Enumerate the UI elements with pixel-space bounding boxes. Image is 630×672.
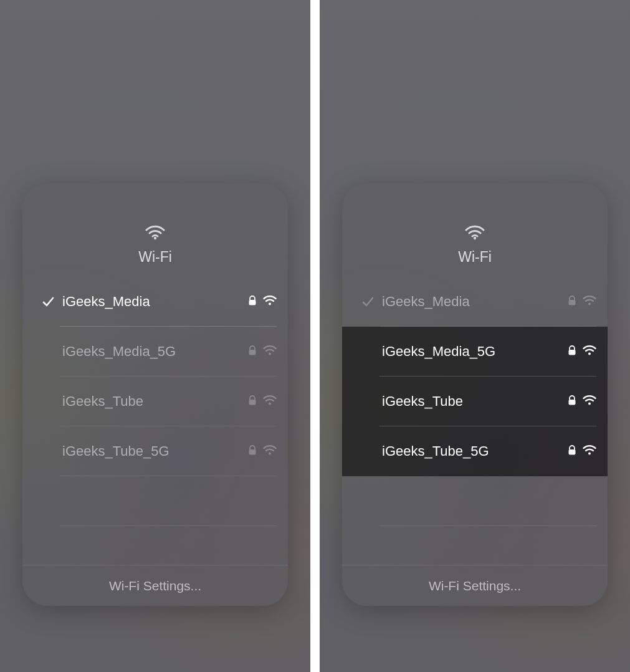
wifi-signal-icon bbox=[583, 395, 596, 408]
network-row[interactable]: iGeeks_Media bbox=[22, 277, 288, 327]
network-status bbox=[568, 395, 596, 408]
svg-rect-10 bbox=[569, 300, 576, 305]
empty-row bbox=[22, 476, 288, 526]
network-status bbox=[248, 444, 277, 458]
svg-point-8 bbox=[269, 453, 271, 455]
wifi-signal-icon bbox=[263, 295, 277, 309]
svg-rect-7 bbox=[249, 449, 256, 455]
screen-divider bbox=[310, 0, 320, 672]
network-status bbox=[248, 345, 277, 358]
wifi-settings-label: Wi-Fi Settings... bbox=[429, 578, 521, 593]
network-list: iGeeks_Media iGeeks_Media_5G bbox=[342, 277, 608, 526]
lock-icon bbox=[568, 395, 576, 408]
network-row[interactable]: iGeeks_Tube_5G bbox=[22, 426, 288, 476]
svg-point-13 bbox=[588, 353, 591, 355]
svg-point-11 bbox=[588, 303, 591, 305]
wifi-signal-icon bbox=[263, 345, 277, 358]
network-name: iGeeks_Tube bbox=[60, 393, 248, 410]
wifi-panel: Wi-Fi iGeeks_Media bbox=[342, 183, 608, 606]
network-row[interactable]: iGeeks_Media_5G bbox=[22, 327, 288, 377]
svg-point-17 bbox=[588, 453, 591, 455]
svg-point-0 bbox=[154, 237, 156, 239]
wifi-settings-button[interactable]: Wi-Fi Settings... bbox=[22, 565, 288, 606]
lock-icon bbox=[248, 395, 257, 408]
network-name: iGeeks_Tube_5G bbox=[60, 443, 248, 459]
lock-icon bbox=[568, 444, 576, 458]
network-row[interactable]: iGeeks_Tube bbox=[22, 377, 288, 426]
lock-icon bbox=[568, 295, 576, 309]
lock-icon bbox=[568, 345, 576, 358]
screen-right: Wi-Fi iGeeks_Media bbox=[320, 0, 630, 672]
network-name: iGeeks_Media_5G bbox=[60, 343, 248, 360]
svg-rect-14 bbox=[569, 400, 576, 405]
network-row[interactable]: iGeeks_Tube bbox=[342, 377, 608, 426]
panel-title: Wi-Fi bbox=[138, 249, 172, 266]
svg-rect-16 bbox=[569, 449, 576, 455]
network-list: iGeeks_Media iGeeks_Media_5G bbox=[22, 277, 288, 526]
network-name: iGeeks_Media bbox=[60, 294, 248, 310]
svg-point-4 bbox=[269, 353, 271, 355]
svg-point-9 bbox=[474, 237, 476, 239]
checkmark-icon bbox=[36, 295, 60, 309]
wifi-signal-icon bbox=[583, 345, 596, 358]
network-row[interactable]: iGeeks_Media_5G bbox=[342, 327, 608, 377]
panel-header: Wi-Fi bbox=[342, 183, 608, 277]
wifi-icon bbox=[465, 225, 485, 242]
svg-rect-1 bbox=[249, 300, 256, 305]
svg-point-15 bbox=[588, 403, 591, 405]
screen-left: Wi-Fi iGeeks_Media bbox=[0, 0, 310, 672]
wifi-signal-icon bbox=[263, 395, 277, 408]
network-status bbox=[248, 295, 277, 309]
panel-title: Wi-Fi bbox=[458, 249, 492, 266]
wifi-signal-icon bbox=[583, 444, 596, 458]
network-status bbox=[568, 345, 596, 358]
wifi-settings-label: Wi-Fi Settings... bbox=[109, 578, 201, 593]
network-status bbox=[568, 444, 596, 458]
network-row[interactable]: iGeeks_Tube_5G bbox=[342, 426, 608, 476]
svg-rect-12 bbox=[569, 350, 576, 355]
svg-rect-5 bbox=[249, 400, 256, 405]
checkmark-icon bbox=[356, 295, 379, 309]
network-status bbox=[248, 395, 277, 408]
empty-row bbox=[342, 476, 608, 526]
lock-icon bbox=[248, 345, 257, 358]
wifi-signal-icon bbox=[263, 444, 277, 458]
wifi-settings-button[interactable]: Wi-Fi Settings... bbox=[342, 565, 608, 606]
svg-point-2 bbox=[269, 303, 271, 305]
lock-icon bbox=[248, 444, 257, 458]
network-row[interactable]: iGeeks_Media bbox=[342, 277, 608, 327]
network-name: iGeeks_Tube_5G bbox=[379, 443, 568, 459]
panel-header: Wi-Fi bbox=[22, 183, 288, 277]
svg-point-6 bbox=[269, 403, 271, 405]
wifi-icon bbox=[145, 225, 165, 242]
network-name: iGeeks_Media bbox=[379, 294, 568, 310]
svg-rect-3 bbox=[249, 350, 256, 355]
lock-icon bbox=[248, 295, 257, 309]
network-status bbox=[568, 295, 596, 309]
wifi-signal-icon bbox=[583, 295, 596, 309]
wifi-panel: Wi-Fi iGeeks_Media bbox=[22, 183, 288, 606]
network-name: iGeeks_Tube bbox=[379, 393, 568, 410]
network-name: iGeeks_Media_5G bbox=[379, 343, 568, 360]
